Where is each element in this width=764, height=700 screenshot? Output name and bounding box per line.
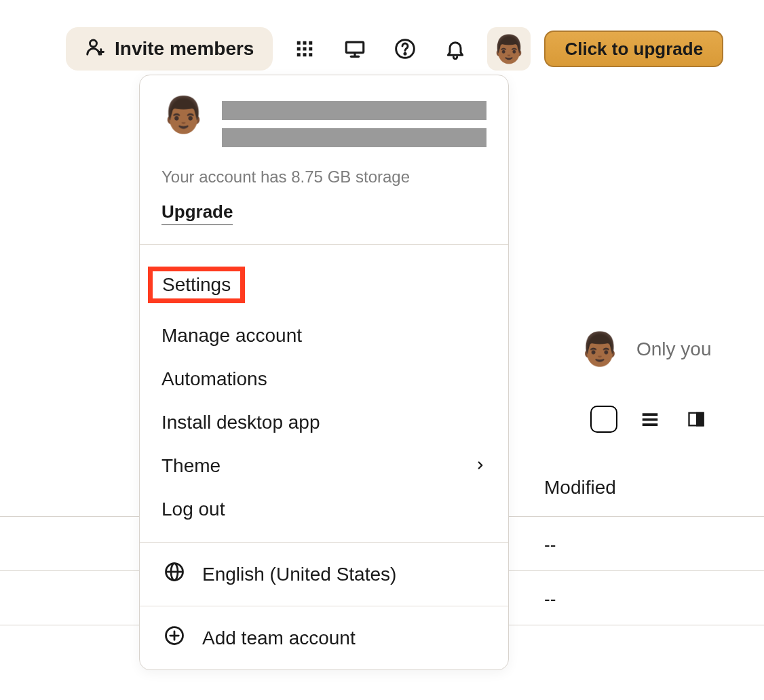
view-grid-toggle[interactable] [590,406,617,433]
avatar-icon: 👨🏾 [492,33,526,65]
upgrade-cta-label: Click to upgrade [565,39,703,60]
apps-grid-icon[interactable] [290,35,319,63]
menu-item-label: Automations [161,368,267,390]
svg-rect-25 [643,423,658,426]
plus-circle-icon [164,625,185,650]
svg-rect-5 [309,41,313,45]
menu-item-label: Theme [161,455,221,477]
dropdown-header: 👨🏾 [140,75,508,147]
view-panel-toggle[interactable] [683,406,710,433]
view-toggles [590,406,710,433]
account-dropdown: 👨🏾 Your account has 8.75 GB storage Upgr… [139,75,509,670]
svg-rect-9 [297,53,301,56]
top-toolbar: Invite members 👨🏾 Click to upgrade [66,27,723,71]
svg-rect-6 [297,47,301,51]
click-to-upgrade-button[interactable]: Click to upgrade [544,31,723,67]
presentation-icon[interactable] [341,35,369,63]
help-icon[interactable] [391,35,419,63]
svg-rect-27 [697,413,703,426]
svg-rect-10 [303,53,307,56]
menu-item-add-team-account[interactable]: Add team account [140,606,508,669]
menu-item-label: Log out [161,499,225,520]
add-team-label: Add team account [202,627,356,649]
svg-rect-7 [303,47,307,51]
table-cell-modified: -- [544,589,556,610]
menu-item-settings[interactable]: Settings [140,256,508,314]
globe-icon [164,562,185,587]
menu-item-language[interactable]: English (United States) [140,543,508,606]
invite-members-label: Invite members [115,38,254,60]
menu-item-automations[interactable]: Automations [140,357,508,401]
svg-point-0 [90,40,97,47]
column-header-modified[interactable]: Modified [544,477,616,499]
dropdown-avatar-icon: 👨🏾 [161,97,206,132]
storage-text: Your account has 8.75 GB storage [140,147,508,187]
menu-item-manage-account[interactable]: Manage account [140,314,508,357]
menu-item-label: Manage account [161,325,302,347]
svg-rect-8 [309,47,313,51]
table-cell-modified: -- [544,534,556,556]
redacted-user-info [222,97,486,147]
redacted-email [222,128,486,147]
menu-item-install-desktop-app[interactable]: Install desktop app [140,401,508,444]
menu-item-label: Install desktop app [161,412,320,433]
invite-members-button[interactable]: Invite members [66,27,273,71]
svg-rect-4 [303,41,307,45]
redacted-name [222,101,486,120]
sharing-info: 👨🏾 Only you [579,330,712,368]
menu-item-log-out[interactable]: Log out [140,488,508,531]
sharing-text: Only you [636,338,712,360]
account-avatar-button[interactable]: 👨🏾 [487,27,531,71]
upgrade-link[interactable]: Upgrade [161,201,233,225]
svg-rect-23 [643,413,658,416]
chevron-right-icon [474,456,486,475]
person-add-icon [85,37,105,62]
svg-rect-12 [347,42,364,53]
menu-item-theme[interactable]: Theme [140,444,508,488]
svg-point-16 [404,53,406,54]
svg-rect-11 [309,53,313,56]
dropdown-menu: Settings Manage account Automations Inst… [140,245,508,542]
view-list-toggle[interactable] [636,406,664,433]
svg-rect-3 [297,41,301,45]
menu-item-label: Settings [148,267,245,303]
notifications-icon[interactable] [441,35,470,63]
sharing-avatar-icon: 👨🏾 [579,330,620,368]
language-label: English (United States) [202,564,396,585]
svg-rect-24 [643,419,658,421]
